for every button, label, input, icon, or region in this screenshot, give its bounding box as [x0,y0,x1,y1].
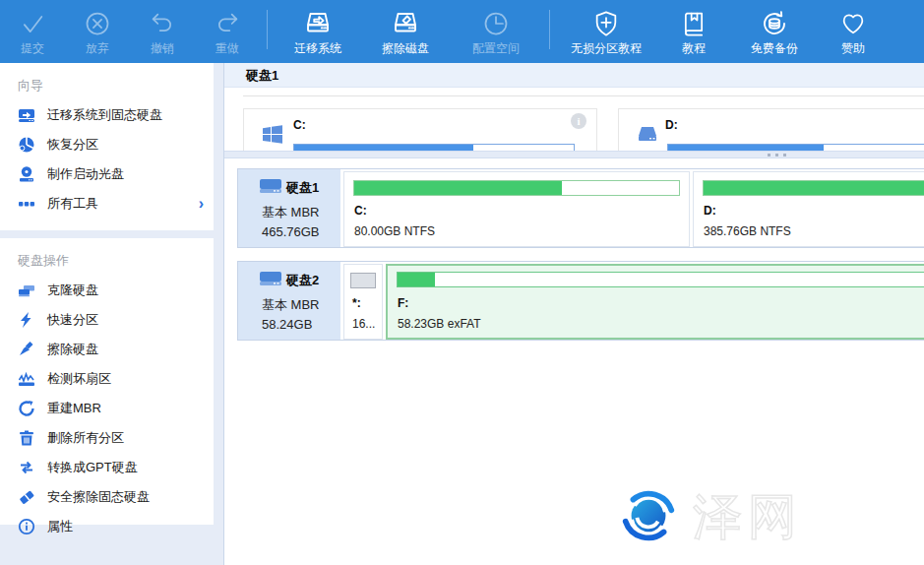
discard-icon [84,9,111,38]
disk1-info-block[interactable]: 硬盘1 基本 MBR 465.76GB [238,169,340,247]
partition-f-selected[interactable]: F: 58.23GB exFAT [386,264,924,340]
watermark-logo-icon [618,485,679,550]
overview-card-d[interactable]: D: [618,108,924,151]
sidebar-item-all-tools[interactable]: 所有工具 › [0,189,214,219]
sidebar-item-properties[interactable]: 属性 [0,512,214,541]
sidebar-item-migrate-os-to-ssd[interactable]: 迁移系统到固态硬盘 [0,100,214,130]
sidebar-item-check-bad-sectors[interactable]: 检测坏扇区 [0,364,214,394]
partition-label: *: [352,296,361,310]
toolbar-separator [549,10,550,49]
disk-type: 基本 MBR [262,296,320,314]
disk-tab-band: 硬盘1 [224,63,924,88]
sponsor-button[interactable]: 赞助 [817,0,890,63]
recover-partition-icon [18,136,35,154]
sidebar-item-label: 快速分区 [47,311,98,329]
sidebar-item-label: 迁移系统到固态硬盘 [47,106,162,124]
disk-size: 58.24GB [262,317,312,332]
partition-unnamed[interactable]: *: 16... [343,264,383,340]
sidebar-item-make-bootable-media[interactable]: 制作启动光盘 [0,159,214,189]
undo-icon [149,9,176,38]
disk-icon [260,177,281,199]
usage-bar-fill [354,181,562,195]
partition-tutorial-button[interactable]: 无损分区教程 [557,0,655,63]
sidebar-item-rebuild-mbr[interactable]: 重建MBR [0,394,214,423]
sidebar-item-label: 属性 [47,518,73,535]
redo-icon [214,9,241,38]
sidebar-item-label: 转换成GPT硬盘 [47,459,138,476]
sidebar-disk-operations-panel: 硬盘操作 克隆硬盘 快速分区 擦除硬盘 检测坏扇区 重建MBR [0,238,214,525]
toolbar-separator [267,10,268,49]
partition-info: 58.23GB exFAT [398,317,481,331]
tab-disk1[interactable]: 硬盘1 [246,67,278,85]
volume-label: C: [293,118,306,132]
bad-sector-icon [18,370,35,388]
chevron-right-icon: › [199,195,204,213]
allocate-space-button[interactable]: 配置空间 [450,0,542,63]
sidebar-item-label: 所有工具 [47,195,98,213]
toolbar: 提交 放弃 撤销 重做 迁移系统 擦除磁盘 [0,0,924,63]
redo-button[interactable]: 重做 [195,0,260,63]
sidebar-item-clone-disk[interactable]: 克隆硬盘 [0,276,214,305]
sidebar-section-title: 硬盘操作 [0,238,214,276]
erase-disk-icon [18,341,35,358]
free-backup-button[interactable]: 免费备份 [732,0,817,63]
disk2-info-block[interactable]: 硬盘2 基本 MBR 58.24GB [238,262,340,340]
drag-dots-icon [768,154,786,157]
partition-c[interactable]: C: 80.00GB NTFS [343,171,690,247]
undo-button[interactable]: 撤销 [130,0,195,63]
convert-gpt-icon [18,459,35,476]
commit-button[interactable]: 提交 [0,0,65,63]
sidebar-item-delete-all-partitions[interactable]: 删除所有分区 [0,423,214,453]
discard-button[interactable]: 放弃 [65,0,130,63]
partition-d[interactable]: D: 385.76GB NTFS [693,171,924,247]
properties-icon [18,518,35,535]
secure-erase-icon [18,488,35,506]
usage-bar-fill [704,181,924,195]
allocate-space-icon [482,9,510,38]
sidebar-item-label: 检测坏扇区 [47,370,111,388]
windows-logo-icon [262,124,283,146]
all-tools-icon [18,195,35,213]
check-icon [19,9,46,38]
overview-card-c[interactable]: C: i [243,108,597,151]
partition-label: D: [704,204,716,218]
partition-info: 16... [352,317,375,331]
disk-row-2: 硬盘2 基本 MBR 58.24GB *: 16... F: 58.23GB e… [237,261,924,341]
migrate-system-icon [303,9,333,38]
partition-usage-bar [350,273,376,288]
sidebar-item-label: 删除所有分区 [47,429,124,447]
sidebar-wizard-panel: 向导 迁移系统到固态硬盘 恢复分区 制作启动光盘 所有工具 › [0,63,214,230]
usage-bar [293,144,575,151]
disk-type: 基本 MBR [262,204,320,221]
disk-name: 硬盘1 [286,179,319,197]
sidebar-item-convert-to-gpt[interactable]: 转换成GPT硬盘 [0,453,214,482]
sidebar-gutter [214,63,223,565]
volume-overview-strip: C: i D: [224,106,924,151]
partition-info: 385.76GB NTFS [704,224,791,238]
rebuild-mbr-icon [18,400,35,417]
backup-icon [760,9,789,38]
volume-label: D: [665,118,678,132]
migrate-ssd-icon [18,106,35,124]
sidebar-item-quick-partition[interactable]: 快速分区 [0,305,214,335]
splitter-handle[interactable] [224,151,924,158]
partition-usage-bar [397,272,924,287]
main-area: 硬盘1 C: i D: [224,63,924,565]
sidebar-item-wipe-disk[interactable]: 擦除硬盘 [0,335,214,364]
usage-bar-fill [398,273,435,286]
info-icon[interactable]: i [571,113,586,129]
sidebar-item-recover-partition[interactable]: 恢复分区 [0,130,214,159]
tutorial-button[interactable]: 教程 [655,0,732,63]
sidebar-item-label: 重建MBR [47,400,101,417]
drive-icon [637,124,658,146]
sidebar-item-label: 安全擦除固态硬盘 [47,488,150,506]
partition-label: C: [354,204,367,218]
quick-partition-icon [18,311,35,329]
wipe-disk-icon [391,9,420,38]
clone-disk-icon [18,282,35,299]
migrate-system-button[interactable]: 迁移系统 [275,0,361,63]
sidebar-item-secure-erase-ssd[interactable]: 安全擦除固态硬盘 [0,482,214,512]
disk-row-1: 硬盘1 基本 MBR 465.76GB C: 80.00GB NTFS D: 3… [237,168,924,248]
wipe-disk-button[interactable]: 擦除磁盘 [361,0,450,63]
sidebar-item-label: 制作启动光盘 [47,165,124,183]
